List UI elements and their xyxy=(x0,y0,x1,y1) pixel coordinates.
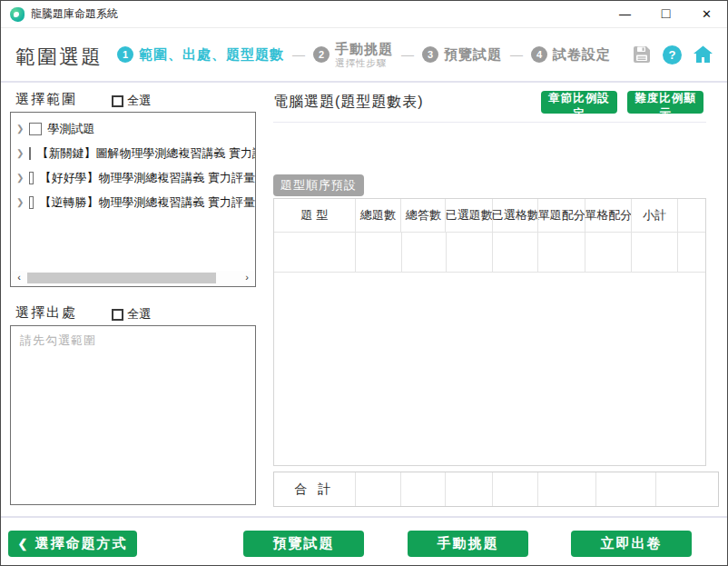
step-3-number-icon: 3 xyxy=(422,46,438,63)
scroll-left-icon[interactable]: ‹ xyxy=(14,272,25,283)
total-cell xyxy=(655,472,718,506)
tree-item-comeback[interactable]: ❯ 【逆轉勝】物理學測總複習講義 實力評量 xyxy=(11,190,255,214)
back-to-method-button[interactable]: ❮ 選擇命題方式 xyxy=(8,531,137,557)
tree-item-label: 【逆轉勝】物理學測總複習講義 實力評量 xyxy=(39,194,255,211)
range-tree: ❯ 學測試題 ❯ 【新關鍵】圖解物理學測總複習講義 實力評量 ❯ 【好好學】物理… xyxy=(10,112,256,287)
step-dash: — xyxy=(401,47,414,62)
preview-exam-button[interactable]: 預覽試題 xyxy=(243,531,364,557)
source-panel-title: 選擇出處 xyxy=(15,304,77,322)
table-cell xyxy=(677,233,705,272)
source-select-all-checkbox[interactable] xyxy=(112,309,123,321)
step-3-label: 預覽試題 xyxy=(444,46,502,64)
app-logo-icon xyxy=(10,7,25,22)
range-select-all-checkbox[interactable] xyxy=(112,95,123,107)
back-button-label: 選擇命題方式 xyxy=(34,535,127,552)
help-icon[interactable]: ? xyxy=(663,45,682,65)
tree-item-new-key[interactable]: ❯ 【新關鍵】圖解物理學測總複習講義 實力評量 xyxy=(11,141,255,165)
table-cell xyxy=(537,233,585,272)
total-cell xyxy=(445,472,492,506)
column-header: 單題配分 xyxy=(537,199,585,232)
minimize-button[interactable]: — xyxy=(605,1,645,27)
chapter-ratio-button[interactable]: 章節比例設定 xyxy=(541,91,617,114)
scroll-right-icon[interactable]: › xyxy=(241,272,252,283)
step-2-sublabel: 選擇性步驟 xyxy=(335,57,393,68)
column-header: 小計 xyxy=(631,199,677,232)
step-4-number-icon: 4 xyxy=(531,46,547,63)
column-header: 已選格數 xyxy=(492,199,537,232)
expand-chevron-icon[interactable]: ❯ xyxy=(16,197,24,207)
computer-panel-title: 電腦選題(題型題數表) xyxy=(273,93,424,112)
tree-item-checkbox[interactable] xyxy=(29,147,31,160)
app-title: 龍騰題庫命題系統 xyxy=(31,6,118,22)
wizard-header: 範圍選題 1 範圍、出處、題型題數 — 2 手動挑題 選擇性步驟 — 3 預覽試… xyxy=(1,28,727,83)
table-empty-area xyxy=(274,273,705,465)
expand-chevron-icon[interactable]: ❯ xyxy=(16,148,24,158)
footer-divider xyxy=(1,516,727,518)
horizontal-scrollbar[interactable]: ‹ › xyxy=(12,271,254,285)
table-cell xyxy=(631,233,677,272)
source-placeholder: 請先勾選範圍 xyxy=(20,333,96,349)
page-title: 範圍選題 xyxy=(15,44,103,71)
step-2-number-icon: 2 xyxy=(313,46,330,63)
step-4-label: 試卷設定 xyxy=(553,46,611,64)
step-dash: — xyxy=(510,47,523,62)
table-cell xyxy=(446,233,493,272)
tree-item-exam-questions[interactable]: ❯ 學測試題 xyxy=(11,116,255,141)
total-label: 合 計 xyxy=(274,472,355,506)
column-header: 題 型 xyxy=(274,199,355,232)
exam-builder-window: { "colors": { "teal_accent": "#33bfd4", … xyxy=(0,0,728,566)
tree-item-study-well[interactable]: ❯ 【好好學】物理學測總複習講義 實力評量 xyxy=(11,165,255,190)
total-cell xyxy=(595,472,656,506)
panel-divider xyxy=(273,122,706,123)
total-cell xyxy=(355,472,401,506)
total-cell xyxy=(492,472,537,506)
table-row xyxy=(274,233,705,273)
back-chevron-icon: ❮ xyxy=(18,537,30,551)
close-button[interactable]: ✕ xyxy=(686,1,727,27)
table-header-row: 題 型 總題數 總答數 已選題數 已選格數 單題配分 單格配分 小計 xyxy=(274,199,705,233)
table-cell xyxy=(401,233,446,272)
step-1-number-icon: 1 xyxy=(117,46,133,63)
range-select-all[interactable]: 全選 xyxy=(112,93,151,109)
manual-pick-button[interactable]: 手動挑題 xyxy=(408,531,528,557)
step-4-paper-settings[interactable]: 4 試卷設定 xyxy=(531,46,611,64)
table-cell xyxy=(492,233,537,272)
generate-exam-button[interactable]: 立即出卷 xyxy=(571,531,692,557)
step-2-manual-pick[interactable]: 2 手動挑題 選擇性步驟 xyxy=(313,41,393,67)
expand-chevron-icon[interactable]: ❯ xyxy=(16,124,24,134)
scrollbar-thumb[interactable] xyxy=(27,273,216,283)
window-controls: — □ ✕ xyxy=(605,1,727,27)
tree-item-label: 學測試題 xyxy=(47,121,94,137)
total-row: 合 計 xyxy=(273,472,719,507)
table-cell xyxy=(355,233,401,272)
step-2-label: 手動挑題 xyxy=(335,41,393,56)
question-type-table: 題 型 總題數 總答數 已選題數 已選格數 單題配分 單格配分 小計 xyxy=(273,198,706,466)
maximize-button[interactable]: □ xyxy=(645,1,686,27)
wizard-steps: 1 範圍、出處、題型題數 — 2 手動挑題 選擇性步驟 — 3 預覽試題 — 4… xyxy=(117,28,611,81)
step-1-range[interactable]: 1 範圍、出處、題型題數 xyxy=(117,46,284,64)
range-panel-title: 選擇範圍 xyxy=(15,91,77,108)
tree-item-label: 【好好學】物理學測總複習講義 實力評量 xyxy=(39,170,255,186)
step-1-label: 範圍、出處、題型題數 xyxy=(139,46,284,64)
source-list-box: 請先勾選範圍 xyxy=(10,325,256,505)
difficulty-ratio-button[interactable]: 難度比例顯示 xyxy=(627,91,703,114)
question-order-badge[interactable]: 題型順序預設 xyxy=(273,174,364,196)
step-3-preview[interactable]: 3 預覽試題 xyxy=(422,46,502,64)
column-header: 單格配分 xyxy=(585,199,631,232)
save-icon[interactable] xyxy=(631,44,653,65)
tree-item-checkbox[interactable] xyxy=(29,172,34,184)
source-select-all[interactable]: 全選 xyxy=(112,306,151,323)
table-cell xyxy=(274,233,355,272)
home-icon[interactable] xyxy=(692,44,714,65)
expand-chevron-icon[interactable]: ❯ xyxy=(16,173,24,183)
source-select-all-label: 全選 xyxy=(127,306,151,323)
tree-item-checkbox[interactable] xyxy=(29,196,34,209)
total-cell xyxy=(537,472,595,506)
table-cell xyxy=(585,233,631,272)
step-dash: — xyxy=(292,47,305,62)
range-select-all-label: 全選 xyxy=(127,93,151,109)
tree-item-label: 【新關鍵】圖解物理學測總複習講義 實力評量 xyxy=(36,145,255,162)
tree-item-checkbox[interactable] xyxy=(29,123,42,135)
total-cell xyxy=(400,472,445,506)
column-header: 總題數 xyxy=(355,199,401,232)
